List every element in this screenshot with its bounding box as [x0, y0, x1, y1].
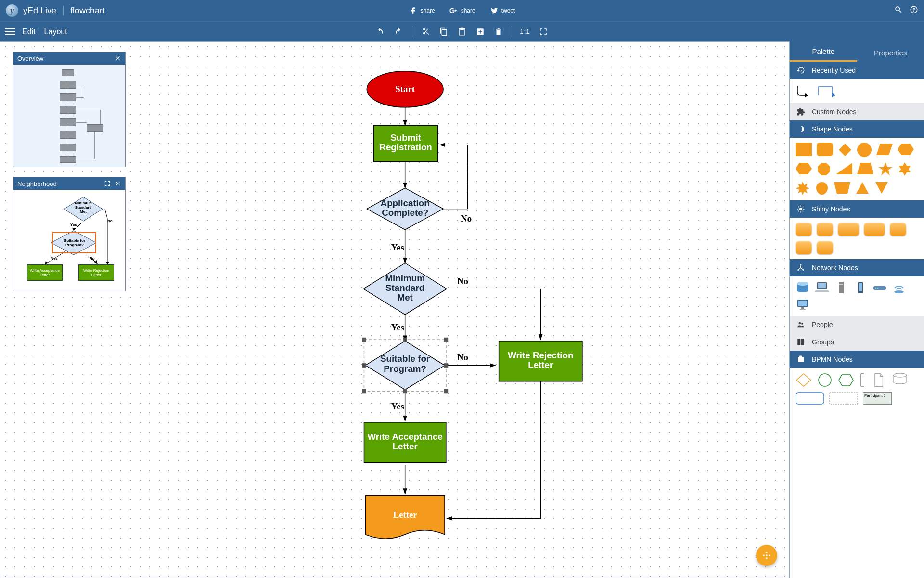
net-router[interactable]	[873, 281, 887, 294]
section-bpmn[interactable]: BPMN Nodes	[790, 351, 924, 368]
search-button[interactable]	[894, 5, 903, 16]
shape-diamond-sm[interactable]	[838, 143, 852, 157]
redo-button[interactable]	[394, 26, 404, 37]
net-db[interactable]	[796, 281, 810, 294]
app-logo: y	[6, 4, 18, 17]
canvas[interactable]: Overview	[0, 41, 789, 578]
bpmn-circle[interactable]	[817, 373, 833, 387]
section-custom[interactable]: Custom Nodes	[790, 103, 924, 120]
shape-blob[interactable]	[815, 181, 829, 196]
bpmn-doc[interactable]	[871, 373, 887, 387]
net-wifi[interactable]	[892, 281, 906, 294]
svg-rect-69	[798, 301, 807, 306]
section-recent[interactable]: Recently Used	[790, 62, 924, 79]
help-button[interactable]	[910, 5, 918, 16]
moon-icon	[796, 125, 805, 133]
undo-button[interactable]	[375, 26, 386, 37]
shiny-3[interactable]	[838, 223, 859, 236]
shiny-4[interactable]	[864, 223, 885, 236]
shape-tri2[interactable]	[874, 181, 889, 195]
bpmn-subproc[interactable]	[829, 392, 858, 405]
shape-trap2[interactable]	[834, 181, 850, 195]
briefcase-icon	[796, 355, 805, 364]
shape-star6[interactable]	[898, 162, 912, 176]
shiny-6[interactable]	[796, 241, 812, 254]
bpmn-diamond[interactable]	[796, 373, 812, 387]
svg-rect-27	[444, 363, 449, 368]
shape-tri3[interactable]	[836, 162, 852, 175]
duplicate-button[interactable]	[475, 26, 486, 37]
cut-icon	[421, 27, 430, 36]
svg-point-73	[801, 323, 803, 325]
net-phone[interactable]	[853, 281, 868, 294]
bpmn-datastore[interactable]	[892, 373, 908, 385]
layout-fab[interactable]	[756, 545, 777, 566]
bpmn-task[interactable]	[796, 392, 824, 405]
shape-hex[interactable]	[898, 143, 914, 156]
svg-marker-46	[796, 182, 809, 195]
svg-point-34	[766, 554, 767, 556]
net-laptop[interactable]	[815, 281, 829, 294]
share-group: share share tweet	[409, 6, 515, 15]
tab-palette[interactable]: Palette	[790, 42, 857, 62]
flowchart[interactable]: Yes No Yes No Yes No Start SubmitRegistr…	[0, 42, 789, 578]
section-groups-label: Groups	[812, 338, 834, 346]
bpmn-bracket[interactable]	[859, 373, 866, 387]
shape-parallel[interactable]	[876, 143, 893, 156]
fit-button[interactable]	[538, 26, 549, 37]
menu-layout[interactable]: Layout	[44, 27, 67, 36]
shape-rect[interactable]	[796, 143, 812, 156]
zoom-reset[interactable]: 1:1	[520, 26, 530, 37]
share-gplus[interactable]: share	[449, 6, 475, 15]
paste-button[interactable]	[457, 26, 467, 37]
net-server[interactable]	[834, 281, 848, 294]
app-name: yEd Live	[23, 6, 64, 16]
shape-roundrect[interactable]	[817, 143, 833, 156]
paste-icon	[458, 27, 466, 36]
section-shiny[interactable]: Shiny Nodes	[790, 200, 924, 218]
share-twitter[interactable]: tweet	[490, 6, 515, 15]
shape-hex2[interactable]	[796, 162, 812, 175]
recent-edge-curve[interactable]	[796, 84, 813, 98]
section-shiny-label: Shiny Nodes	[812, 205, 850, 213]
shape-star5[interactable]	[878, 162, 893, 176]
section-recent-label: Recently Used	[812, 66, 856, 74]
shape-star8[interactable]	[796, 181, 810, 196]
undo-icon	[376, 27, 385, 36]
shiny-1[interactable]	[796, 223, 812, 236]
section-people[interactable]: People	[790, 316, 924, 333]
bpmn-hex[interactable]	[838, 373, 854, 387]
delete-button[interactable]	[493, 26, 504, 37]
sidebar-tabs: Palette Properties	[790, 41, 924, 62]
shiny-2[interactable]	[817, 223, 833, 236]
bpmn-participant[interactable]: Participant 1	[863, 392, 892, 405]
svg-text:Yes: Yes	[391, 401, 404, 411]
shape-ellipse[interactable]	[857, 143, 872, 157]
bpmn-body: Participant 1	[790, 368, 924, 409]
shape-tri[interactable]	[855, 181, 870, 195]
fit-icon	[539, 27, 548, 36]
hamburger-menu[interactable]	[5, 26, 15, 37]
section-groups[interactable]: Groups	[790, 333, 924, 351]
copy-button[interactable]	[438, 26, 449, 37]
menu-bar: Edit Layout 1:1	[0, 21, 924, 41]
cut-button[interactable]	[420, 26, 431, 37]
document-name[interactable]: flowchart	[70, 6, 105, 16]
recent-edge-step[interactable]	[818, 84, 837, 98]
share-gplus-label: share	[461, 7, 475, 14]
share-facebook[interactable]: share	[409, 6, 435, 15]
share-facebook-label: share	[421, 7, 435, 14]
menu-edit[interactable]: Edit	[22, 27, 36, 36]
shape-trap1[interactable]	[857, 162, 873, 175]
section-network[interactable]: Network Nodes	[790, 259, 924, 276]
section-shape[interactable]: Shape Nodes	[790, 120, 924, 138]
svg-point-66	[877, 288, 878, 289]
shape-oct[interactable]	[817, 162, 831, 176]
tab-properties[interactable]: Properties	[857, 44, 924, 62]
network-icon	[796, 263, 805, 272]
shiny-7[interactable]	[817, 241, 833, 254]
svg-point-55	[797, 282, 808, 286]
shiny-5[interactable]	[890, 223, 906, 236]
copy-icon	[439, 27, 448, 36]
net-monitor[interactable]	[796, 299, 810, 311]
